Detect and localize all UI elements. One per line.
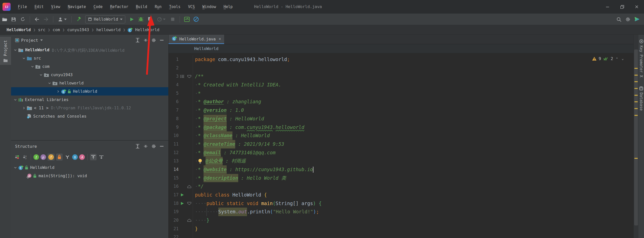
tree-row-scratches-and-consoles[interactable]: Scratches and Consoles [11,112,168,120]
hide-icon[interactable] [158,143,166,150]
tree-row-helloworld[interactable]: CHelloWorld [11,87,168,96]
code-line-9[interactable]: 9·* @package : com.cunyu1943.helloworld [169,123,633,132]
expand-all-icon[interactable] [134,37,142,44]
code-line-1[interactable]: 1package com.cunyu1943.helloworld; [169,55,633,64]
sort-alphabetically-icon[interactable]: az [22,154,28,160]
fold-open-icon[interactable] [186,75,193,78]
previous-problem-icon[interactable]: ⌃ [615,57,619,61]
warning-stripe-mark[interactable] [634,115,638,116]
tree-row-com[interactable]: com [11,62,168,71]
sort-by-visibility-icon[interactable] [14,154,20,160]
search-icon[interactable] [614,15,623,24]
show-fields-toggle[interactable]: f [48,154,55,161]
menu-item-navigate[interactable]: Navigate [64,0,90,14]
show-inherited-icon[interactable]: I [33,154,39,160]
code-line-22[interactable]: 22 [169,233,633,238]
warning-stripe-mark[interactable] [634,158,638,159]
tree-row-helloworld[interactable]: CHelloWorld [11,163,168,172]
scrollbar-thumb[interactable] [634,50,638,225]
code-line-19[interactable]: 19········System.out.println("Hello Worl… [169,208,633,216]
editor-tab-helloworld-java[interactable]: C HelloWorld.java × [169,35,224,44]
debug-icon[interactable] [136,15,145,24]
autoscroll-to-source-toggle[interactable] [90,154,97,160]
menu-item-window[interactable]: Window [199,0,220,14]
code-with-me-icon[interactable] [632,15,641,24]
menu-item-tools[interactable]: Tools [165,0,184,14]
tree-row-main-string-void[interactable]: mmain(String[]): void [11,172,168,180]
breadcrumb-item-com[interactable]: com [52,27,61,33]
autoscroll-from-source-icon[interactable] [98,154,105,160]
code-line-3[interactable]: 3/** [169,72,633,81]
code-line-8[interactable]: 8·* @project : HelloWorld [169,115,633,123]
warning-stripe-mark[interactable] [634,88,638,89]
code-line-18[interactable]: 18····public static void main(String[] a… [169,199,633,208]
run-configuration-select[interactable]: HelloWorld [85,15,125,23]
no-entry-icon[interactable] [191,15,200,24]
inspections-widget[interactable]: 9 2 ⌃ ⌃ [592,56,624,61]
breadcrumb-item-src[interactable]: src [37,27,46,33]
menu-item-help[interactable]: Help [220,0,236,14]
chevron-down-icon[interactable] [13,98,18,102]
show-non-public-toggle[interactable] [56,154,63,161]
show-properties-icon[interactable]: p [41,154,46,160]
collapse-all-icon[interactable] [142,143,150,150]
code-line-12[interactable]: 12·* @email : 747731461@qq.com [169,149,633,157]
fold-close-icon[interactable] [186,219,193,222]
tree-row-src[interactable]: src [11,54,168,62]
chevron-down-icon[interactable] [21,56,27,60]
chevron-down-icon[interactable] [38,73,44,77]
menu-item-file[interactable]: File [14,0,31,14]
warning-stripe-mark[interactable] [634,108,638,109]
code-line-21[interactable]: 21} [169,225,633,233]
editor-breadcrumb-class[interactable]: HelloWorld [194,46,218,51]
warning-stripe-mark[interactable] [634,68,638,69]
tool-window-tab-project[interactable]: Project [0,37,11,65]
chevron-right-icon[interactable] [21,106,27,110]
warning-stripe-mark[interactable] [634,81,638,82]
breadcrumb-item-helloworld[interactable]: HelloWorld [134,27,160,33]
warning-stripe-mark[interactable] [634,101,638,102]
breadcrumb-item-cunyu1943[interactable]: cunyu1943 [66,27,90,33]
menu-item-code[interactable]: Code [90,0,106,14]
code-line-14[interactable]: 14·* @website : https://cunyu1943.github… [169,165,633,174]
chevron-down-icon[interactable] [30,65,35,69]
stop-icon[interactable] [168,15,177,24]
save-icon[interactable] [9,15,18,24]
expand-all-icon[interactable] [134,143,142,150]
run-icon[interactable] [127,15,136,24]
code-line-6[interactable]: 6·* @author : zhangliang [169,98,633,106]
menu-item-view[interactable]: View [47,0,64,14]
chevron-right-icon[interactable] [55,89,61,93]
menu-item-build[interactable]: Build [132,0,151,14]
chevron-down-icon[interactable] [47,81,52,85]
settings-gear-icon[interactable] [150,143,158,150]
show-lambdas-icon[interactable]: λ [79,154,85,160]
code-line-16[interactable]: 16·*/ [169,182,633,191]
fold-close-icon[interactable] [186,185,193,188]
warning-stripe-mark[interactable] [634,75,638,76]
code-line-7[interactable]: 7·* @version : 1.0 [169,106,633,115]
warning-stripe-mark[interactable] [634,95,638,96]
code-line-5[interactable]: 5·* [169,89,633,98]
code-editor[interactable]: 1package com.cunyu1943.helloworld;23/**4… [169,53,633,238]
gutter-list-icon[interactable] [179,75,186,78]
breadcrumb-item-helloworld[interactable]: helloworld [95,27,122,33]
monitor-icon[interactable] [182,15,191,24]
code-line-2[interactable]: 2 [169,64,633,72]
chevron-down-icon[interactable] [13,166,18,170]
next-problem-icon[interactable]: ⌃ [621,57,624,61]
tree-row--11-[interactable]: < 11 >D:\Program Files\Java\jdk-11.0.12 [11,104,168,112]
profile-icon[interactable] [56,15,69,24]
code-line-4[interactable]: 4·* Created with IntelliJ IDEA. [169,81,633,89]
code-line-10[interactable]: 10·* @className : HelloWorld [169,131,633,140]
tree-row-helloworld[interactable]: helloworld [11,79,168,87]
hide-icon[interactable] [158,37,166,44]
run-line-icon[interactable] [179,202,186,205]
menu-item-edit[interactable]: Edit [31,0,47,14]
show-anonymous-icon[interactable]: O [72,154,78,160]
code-line-15[interactable]: 15·* @description : Hello World 类 [169,174,633,182]
tool-window-tab-key-promoter-x[interactable]: Key Promoter X [639,39,643,77]
menu-item-refactor[interactable]: Refactor [106,0,132,14]
tree-row-cunyu1943[interactable]: cunyu1943 [11,71,168,79]
close-button[interactable] [629,0,644,14]
